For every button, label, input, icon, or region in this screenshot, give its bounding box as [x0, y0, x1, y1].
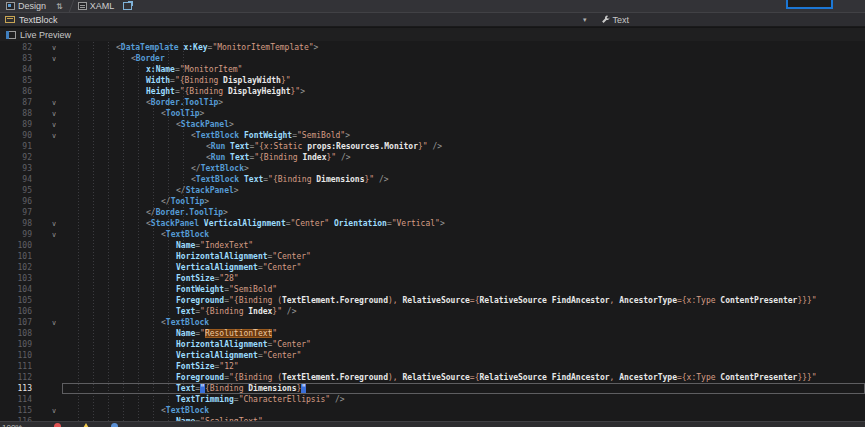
- code-text: FontSize="12": [76, 362, 239, 371]
- line-number: 87: [0, 97, 32, 108]
- line-number: 84: [0, 64, 32, 75]
- focused-control-outline[interactable]: [786, 0, 833, 9]
- code-line[interactable]: 103FontSize="28": [0, 273, 865, 284]
- line-number: 114: [0, 394, 32, 405]
- code-text: <TextBlock: [76, 406, 209, 415]
- line-number: 83: [0, 53, 32, 64]
- code-text: TextTrimming="CharacterEllipsis" />: [76, 395, 345, 404]
- code-text: <DataTemplate x:Key="MonitorItemTemplate…: [76, 43, 318, 52]
- breadcrumb-right-group: ▾ Text: [583, 15, 629, 25]
- live-preview-bar: Live Preview: [0, 27, 865, 41]
- code-line[interactable]: 95</StackPanel>: [0, 185, 865, 196]
- breadcrumb-bar: TextBlock ▾ Text: [0, 12, 865, 26]
- code-text: <Border: [76, 54, 165, 63]
- code-line[interactable]: 99∨<TextBlock: [0, 229, 865, 240]
- code-text: <Run Text="{x:Static props:Resources.Mon…: [76, 142, 442, 151]
- code-text: Height="{Binding DisplayHeight}">: [76, 87, 305, 96]
- code-text: VerticalAlignment="Center": [76, 263, 301, 272]
- code-line[interactable]: 109HorizontalAlignment="Center": [0, 339, 865, 350]
- edit-text-tool-label: Text: [613, 15, 630, 25]
- code-line[interactable]: 114TextTrimming="CharacterEllipsis" />: [0, 394, 865, 405]
- code-line[interactable]: 82∨<DataTemplate x:Key="MonitorItemTempl…: [0, 42, 865, 53]
- line-number: 105: [0, 295, 32, 306]
- code-text: VerticalAlignment="Center": [76, 351, 301, 360]
- tab-xaml[interactable]: XAML: [72, 0, 121, 12]
- code-line[interactable]: 97</Border.ToolTip>: [0, 207, 865, 218]
- live-preview-icon: [6, 31, 16, 39]
- code-line[interactable]: 96</ToolTip>: [0, 196, 865, 207]
- xaml-editor-window: Design ⇅ XAML TextBlock ▾ Text Liv: [0, 0, 865, 427]
- code-text: Width="{Binding DisplayWidth}": [76, 76, 291, 85]
- code-text: <ToolTip>: [76, 109, 204, 118]
- code-text: </StackPanel>: [76, 186, 239, 195]
- chevron-down-icon[interactable]: ▾: [583, 16, 587, 24]
- warning-icon[interactable]: [82, 423, 90, 427]
- line-number: 101: [0, 251, 32, 262]
- code-text: x:Name="MonitorItem": [76, 65, 242, 74]
- code-line[interactable]: 83∨<Border: [0, 53, 865, 64]
- code-line[interactable]: 84x:Name="MonitorItem": [0, 64, 865, 75]
- xaml-element-icon: [5, 16, 15, 23]
- zoom-level[interactable]: 100%: [0, 422, 26, 427]
- breadcrumb-element[interactable]: TextBlock: [0, 15, 63, 25]
- line-number: 97: [0, 207, 32, 218]
- line-number: 112: [0, 372, 32, 383]
- line-number: 100: [0, 240, 32, 251]
- line-number: 91: [0, 141, 32, 152]
- code-text: </Border.ToolTip>: [76, 208, 228, 217]
- code-text: </ToolTip>: [76, 197, 209, 206]
- line-number: 103: [0, 273, 32, 284]
- xaml-document-icon: [78, 2, 87, 10]
- breadcrumb-element-label: TextBlock: [19, 15, 58, 25]
- code-line[interactable]: 92<Run Text="{Binding Index}" />: [0, 152, 865, 163]
- code-line[interactable]: 115∨<TextBlock: [0, 405, 865, 416]
- code-line[interactable]: 89∨<StackPanel>: [0, 119, 865, 130]
- code-line[interactable]: 105Foreground="{Binding (TextElement.For…: [0, 295, 865, 306]
- line-number: 115: [0, 405, 32, 416]
- line-number: 111: [0, 361, 32, 372]
- tab-xaml-label: XAML: [90, 1, 115, 11]
- line-number: 113: [0, 383, 32, 394]
- line-number: 90: [0, 130, 32, 141]
- tab-design[interactable]: Design: [0, 0, 52, 12]
- code-line[interactable]: 85Width="{Binding DisplayWidth}": [0, 75, 865, 86]
- code-text: <StackPanel VerticalAlignment="Center" O…: [76, 219, 445, 228]
- code-line[interactable]: 113Text="{Binding Dimensions}": [0, 383, 865, 394]
- code-text: <Run Text="{Binding Index}" />: [76, 153, 351, 162]
- line-number: 107: [0, 317, 32, 328]
- code-line[interactable]: 98∨<StackPanel VerticalAlignment="Center…: [0, 218, 865, 229]
- code-line[interactable]: 101HorizontalAlignment="Center": [0, 251, 865, 262]
- line-number: 92: [0, 152, 32, 163]
- live-preview-label[interactable]: Live Preview: [20, 30, 71, 40]
- code-text: Name="ResolutionText": [76, 329, 277, 338]
- code-line[interactable]: 86Height="{Binding DisplayHeight}">: [0, 86, 865, 97]
- line-number: 106: [0, 306, 32, 317]
- error-icon[interactable]: [54, 423, 61, 427]
- code-line[interactable]: 94<TextBlock Text="{Binding Dimensions}"…: [0, 174, 865, 185]
- code-text: Foreground="{Binding (TextElement.Foregr…: [76, 296, 817, 305]
- code-line[interactable]: 93</TextBlock>: [0, 163, 865, 174]
- line-number: 85: [0, 75, 32, 86]
- code-area[interactable]: 82∨<DataTemplate x:Key="MonitorItemTempl…: [0, 42, 865, 427]
- code-line[interactable]: 108Name="ResolutionText": [0, 328, 865, 339]
- message-icon[interactable]: [111, 423, 118, 427]
- code-line[interactable]: 110VerticalAlignment="Center": [0, 350, 865, 361]
- line-number: 104: [0, 284, 32, 295]
- code-line[interactable]: 88∨<ToolTip>: [0, 108, 865, 119]
- code-line[interactable]: 100Name="IndexText": [0, 240, 865, 251]
- code-line[interactable]: 106Text="{Binding Index}" />: [0, 306, 865, 317]
- code-line[interactable]: 112Foreground="{Binding (TextElement.For…: [0, 372, 865, 383]
- code-line[interactable]: 111FontSize="12": [0, 361, 865, 372]
- code-line[interactable]: 107∨<TextBlock: [0, 317, 865, 328]
- code-line[interactable]: 90∨<TextBlock FontWeight="SemiBold">: [0, 130, 865, 141]
- code-line[interactable]: 104FontWeight="SemiBold": [0, 284, 865, 295]
- popout-window-icon[interactable]: [123, 2, 132, 10]
- line-number: 110: [0, 350, 32, 361]
- code-text: <StackPanel>: [76, 120, 234, 129]
- line-number: 102: [0, 262, 32, 273]
- code-line[interactable]: 91<Run Text="{x:Static props:Resources.M…: [0, 141, 865, 152]
- edit-text-tool[interactable]: Text: [601, 15, 630, 25]
- code-line[interactable]: 87∨<Border.ToolTip>: [0, 97, 865, 108]
- code-text: Foreground="{Binding (TextElement.Foregr…: [76, 373, 817, 382]
- code-line[interactable]: 102VerticalAlignment="Center": [0, 262, 865, 273]
